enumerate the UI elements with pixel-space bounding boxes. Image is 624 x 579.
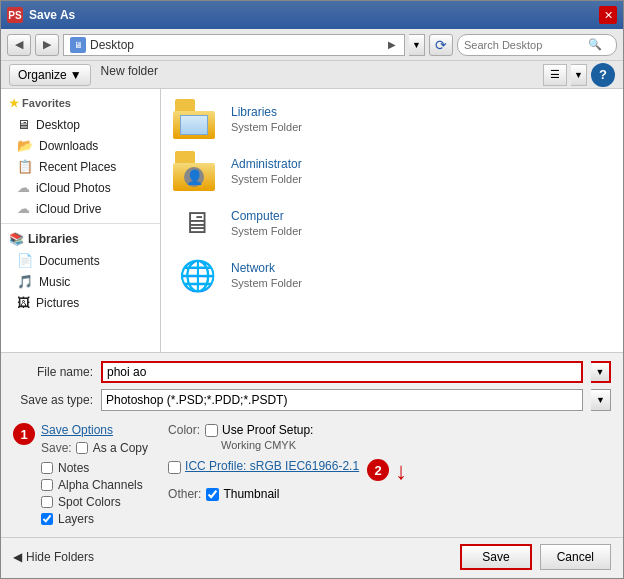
libraries-header: 📚 Libraries [1,228,160,250]
save-button[interactable]: Save [460,544,531,570]
bottom-section: File name: ▼ Save as type: ▼ [1,352,623,419]
sidebar-item-icloud-photos[interactable]: ☁ iCloud Photos [1,177,160,198]
save-label-row: Save: As a Copy [41,441,148,458]
savetype-label: Save as type: [13,393,93,407]
search-icon[interactable]: 🔍 [588,38,602,51]
thumbnail-label: Thumbnail [206,487,279,501]
organize-button[interactable]: Organize ▼ [9,64,91,86]
sidebar-divider [1,223,160,224]
title-bar: PS Save As ✕ [1,1,623,29]
sidebar-item-pictures[interactable]: 🖼 Pictures [1,292,160,313]
file-item-libraries[interactable]: Libraries System Folder [165,93,619,145]
sidebar-item-desktop[interactable]: 🖥 Desktop [1,114,160,135]
alpha-channels-checkbox[interactable] [41,479,53,491]
icc-checkbox[interactable] [168,461,181,474]
working-cmyk: Working CMYK [221,439,313,451]
location-text: Desktop [90,38,384,52]
use-proof-label: Use Proof Setup: [205,423,313,437]
icc-profile-link[interactable]: ICC Profile: sRGB IEC61966-2.1 [185,459,359,473]
sidebar-item-recent[interactable]: 📋 Recent Places [1,156,160,177]
cancel-button[interactable]: Cancel [540,544,611,570]
filename-row: File name: ▼ [13,361,611,383]
file-item-administrator[interactable]: 👤 Administrator System Folder [165,145,619,197]
toolbar-right: ☰ ▼ ? [543,63,615,87]
refresh-button[interactable]: ⟳ [429,34,453,56]
options-right-wrapper: Color: Use Proof Setup: Working CMYK ICC… [168,423,611,529]
forward-button[interactable]: ▶ [35,34,59,56]
favorites-section: ★ Favorites 🖥 Desktop 📂 Downloads 📋 Rece… [1,93,160,219]
savetype-dropdown[interactable]: ▼ [591,389,611,411]
sidebar-item-music[interactable]: 🎵 Music [1,271,160,292]
arrow-indicator: ↓ [395,459,407,483]
file-info-admin: Administrator System Folder [231,157,302,185]
new-folder-button[interactable]: New folder [93,64,166,86]
options-section: 1 Save Options Save: As a Copy Notes [1,419,623,537]
alpha-channels-checkbox-label: Alpha Channels [41,478,148,492]
file-info-network: Network System Folder [231,261,302,289]
favorites-header: ★ Favorites [1,93,160,114]
dialog-title: Save As [29,8,593,22]
spot-colors-checkbox-label: Spot Colors [41,495,148,509]
address-bar: ◀ ▶ 🖥 Desktop ▶ ▼ ⟳ 🔍 [1,29,623,61]
save-options-link[interactable]: Save Options [41,423,148,437]
options-left-wrapper: 1 Save Options Save: As a Copy Notes [13,423,148,529]
badge-2: 2 [367,459,389,481]
filename-label: File name: [13,365,93,379]
file-info-libraries: Libraries System Folder [231,105,302,133]
location-dropdown[interactable]: ▼ [409,34,425,56]
file-info-computer: Computer System Folder [231,209,302,237]
libraries-section: 📚 Libraries 📄 Documents 🎵 Music 🖼 Pictur… [1,228,160,313]
search-box[interactable]: 🔍 [457,34,617,56]
close-button[interactable]: ✕ [599,6,617,24]
action-buttons: Save Cancel [460,544,611,570]
location-box[interactable]: 🖥 Desktop ▶ [63,34,405,56]
thumbnail-checkbox[interactable] [206,488,219,501]
file-list: Libraries System Folder 👤 Administrator … [161,89,623,352]
other-row: Other: Thumbnail [168,487,279,501]
action-bar: ◀ Hide Folders Save Cancel [1,537,623,578]
app-icon: PS [7,7,23,23]
location-folder-icon: 🖥 [70,37,86,53]
as-copy-checkbox[interactable] [76,442,88,454]
use-proof-checkbox[interactable] [205,424,218,437]
toolbar: Organize ▼ New folder ☰ ▼ ? [1,61,623,89]
as-copy-checkbox-label: As a Copy [76,441,148,455]
spot-colors-checkbox[interactable] [41,496,53,508]
notes-checkbox[interactable] [41,462,53,474]
filename-input[interactable] [101,361,583,383]
save-options-left: Save Options Save: As a Copy Notes Alpha… [41,423,148,529]
sidebar-item-documents[interactable]: 📄 Documents [1,250,160,271]
save-as-dialog: PS Save As ✕ ◀ ▶ 🖥 Desktop ▶ ▼ ⟳ 🔍 Organ… [0,0,624,579]
sidebar-item-downloads[interactable]: 📂 Downloads [1,135,160,156]
sidebar: ★ Favorites 🖥 Desktop 📂 Downloads 📋 Rece… [1,89,161,352]
libraries-icon [173,99,221,139]
view-button[interactable]: ☰ [543,64,567,86]
layers-checkbox-label: Layers [41,512,148,526]
main-content: ★ Favorites 🖥 Desktop 📂 Downloads 📋 Rece… [1,89,623,352]
back-button[interactable]: ◀ [7,34,31,56]
notes-checkbox-label: Notes [41,461,148,475]
icc-row: ICC Profile: sRGB IEC61966-2.1 2 ↓ [168,459,407,483]
savetype-row: Save as type: ▼ [13,389,611,411]
file-item-network[interactable]: 🌐 Network System Folder [165,249,619,301]
savetype-input[interactable] [101,389,583,411]
search-input[interactable] [464,39,584,51]
color-options: Use Proof Setup: Working CMYK [205,423,313,451]
file-item-computer[interactable]: 🖥 Computer System Folder [165,197,619,249]
color-row: Color: Use Proof Setup: Working CMYK [168,423,313,451]
layers-checkbox[interactable] [41,513,53,525]
help-button[interactable]: ? [591,63,615,87]
network-icon: 🌐 [173,255,221,295]
badge-1: 1 [13,423,35,445]
computer-icon: 🖥 [173,203,221,243]
filename-dropdown[interactable]: ▼ [591,361,611,383]
hide-folders-button[interactable]: ◀ Hide Folders [13,550,94,564]
location-arrow: ▶ [388,39,396,50]
sidebar-item-icloud-drive[interactable]: ☁ iCloud Drive [1,198,160,219]
administrator-icon: 👤 [173,151,221,191]
view-dropdown[interactable]: ▼ [571,64,587,86]
